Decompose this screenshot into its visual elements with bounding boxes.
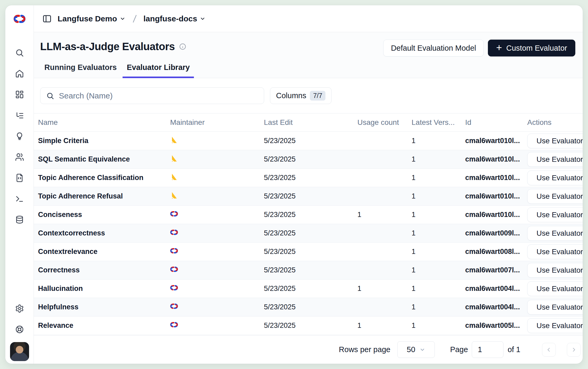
use-evaluator-button[interactable]: Use Evaluator [527,171,583,185]
rows-per-page-select[interactable]: 50 [397,341,435,358]
sidebar-item-search[interactable] [13,46,26,59]
evaluator-id: cmal6wart009l... [465,229,527,237]
latest-version: 1 [412,137,465,145]
sidebar-item-datasets[interactable] [13,172,26,184]
org-selector[interactable]: Langfuse Demo [58,14,125,23]
table-row[interactable]: Helpfulness 5/23/2025 1 cmal6wart004l...… [34,298,583,316]
latest-version: 1 [412,229,465,237]
use-evaluator-button[interactable]: Use Evaluator [527,281,583,296]
sidebar-item-dashboards[interactable] [13,88,26,101]
evaluator-name: Relevance [34,321,170,330]
langfuse-icon [170,265,178,273]
use-evaluator-button[interactable]: Use Evaluator [527,318,583,333]
evaluator-name: Correctness [34,266,170,274]
use-evaluator-button[interactable]: Use Evaluator [527,300,583,315]
list-tree-icon [15,111,24,120]
use-evaluator-button[interactable]: Use Evaluator [527,263,583,278]
table-body: Simple Criteria 5/23/2025 1 cmal6wart010… [34,132,583,335]
next-page-button[interactable] [567,343,581,357]
use-evaluator-button[interactable]: Use Evaluator [527,244,583,259]
use-evaluator-button[interactable]: Use Evaluator [527,189,583,204]
previous-page-button[interactable] [542,343,556,357]
table-row[interactable]: Simple Criteria 5/23/2025 1 cmal6wart010… [34,132,583,150]
table-row[interactable]: Topic Adherence Refusal 5/23/2025 1 cmal… [34,187,583,206]
sidebar-item-users[interactable] [13,151,26,163]
page-of-label: of 1 [508,345,520,354]
actions-cell: Use Evaluator [527,300,583,315]
page-number-input[interactable] [472,341,503,358]
sidebar-item-evaluation[interactable] [13,130,26,143]
latest-version: 1 [412,192,465,200]
info-icon[interactable] [179,43,186,50]
table-row[interactable]: Topic Adherence Classification 5/23/2025… [34,169,583,187]
use-evaluator-button[interactable]: Use Evaluator [527,226,583,241]
latest-version: 1 [412,266,465,274]
evaluator-id: cmal6wart005l... [465,321,527,330]
table-row[interactable]: Hallucination 5/23/2025 1 1 cmal6wart004… [34,280,583,298]
project-selector[interactable]: langfuse-docs [143,14,206,23]
column-header-maintainer: Maintainer [170,118,264,127]
maintainer-cell [170,321,264,330]
sidebar-item-database[interactable] [13,213,26,226]
maintainer-cell [170,284,264,294]
table-row[interactable]: Contextrelevance 5/23/2025 1 cmal6wart00… [34,243,583,261]
table-row[interactable]: SQL Semantic Equivalence 5/23/2025 1 cma… [34,150,583,169]
search-box[interactable] [40,87,264,104]
langfuse-icon [170,302,178,310]
latest-version: 1 [412,174,465,182]
table-header: Name Maintainer Last Edit Usage count La… [34,113,583,132]
sidebar-item-settings[interactable] [13,302,26,315]
usage-count: 1 [357,321,412,330]
app-window: Langfuse Demo langfuse-docs LLM-as-a-Jud… [5,5,583,364]
file-code-icon [15,173,24,182]
use-evaluator-button[interactable]: Use Evaluator [527,134,583,148]
sidebar-nav [13,46,26,234]
maintainer-cell [170,302,264,312]
search-input[interactable] [59,91,258,100]
custom-evaluator-button[interactable]: + Custom Evaluator [488,40,575,56]
evaluator-name: SQL Semantic Equivalence [34,155,170,163]
plus-icon: + [496,42,502,53]
actions-cell: Use Evaluator [527,263,583,278]
maintainer-cell [170,210,264,220]
maintainer-cell [170,247,264,257]
table-row[interactable]: Contextcorrectness 5/23/2025 1 cmal6wart… [34,224,583,243]
last-edit-date: 5/23/2025 [264,285,357,293]
langfuse-icon [170,284,178,292]
user-avatar[interactable] [10,342,29,361]
tab-evaluator-library[interactable]: Evaluator Library [123,63,194,78]
last-edit-date: 5/23/2025 [264,229,357,237]
last-edit-date: 5/23/2025 [264,211,357,219]
gear-icon [15,304,24,313]
columns-button[interactable]: Columns 7/7 [270,87,332,104]
sidebar-item-home[interactable] [13,67,26,80]
use-evaluator-button[interactable]: Use Evaluator [527,152,583,167]
sidebar-item-playground[interactable] [13,192,26,205]
table-row[interactable]: Conciseness 5/23/2025 1 1 cmal6wart010l.… [34,206,583,224]
org-name: Langfuse Demo [58,14,117,23]
chevron-down-icon [200,16,206,22]
use-evaluator-button[interactable]: Use Evaluator [527,207,583,222]
usage-count: 1 [357,285,412,293]
terminal-icon [15,194,24,203]
langfuse-icon [170,210,178,218]
evaluator-id: cmal6wart008l... [465,248,527,256]
column-header-latest-version: Latest Vers... [412,118,465,127]
table-row[interactable]: Relevance 5/23/2025 1 1 cmal6wart005l...… [34,316,583,335]
tab-running-evaluators[interactable]: Running Evaluators [40,63,121,78]
breadcrumb-slash [131,13,139,24]
evaluator-name: Topic Adherence Refusal [34,192,170,200]
sidebar-toggle-icon[interactable] [42,14,52,23]
table-row[interactable]: Correctness 5/23/2025 1 cmal6wart007l...… [34,261,583,280]
maintainer-cell [170,154,264,164]
evaluator-name: Simple Criteria [34,137,170,145]
langfuse-logo[interactable] [5,5,34,32]
evaluator-id: cmal6wart004l... [465,285,527,293]
latest-version: 1 [412,321,465,330]
sidebar-item-tracing[interactable] [13,109,26,122]
default-evaluation-model-button[interactable]: Default Evaluation Model [383,40,484,56]
actions-cell: Use Evaluator [527,226,583,241]
sidebar-item-support[interactable] [13,323,26,336]
langfuse-icon [170,321,178,329]
chevron-down-icon [419,347,425,353]
